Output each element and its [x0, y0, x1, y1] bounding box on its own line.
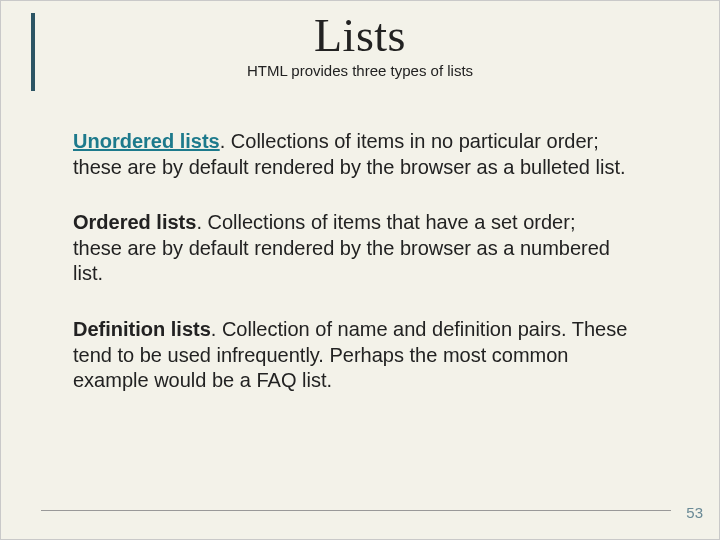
footer-rule — [41, 510, 671, 511]
term-ordered: Ordered lists — [73, 211, 196, 233]
slide: Lists HTML provides three types of lists… — [0, 0, 720, 540]
list-item: Definition lists. Collection of name and… — [73, 317, 629, 394]
list-item: Unordered lists. Collections of items in… — [73, 129, 629, 180]
slide-subtitle: HTML provides three types of lists — [1, 62, 719, 79]
term-unordered: Unordered lists — [73, 130, 220, 152]
title-block: Lists HTML provides three types of lists — [1, 9, 719, 79]
body-text: Unordered lists. Collections of items in… — [73, 129, 629, 424]
list-item: Ordered lists. Collections of items that… — [73, 210, 629, 287]
slide-title: Lists — [1, 9, 719, 62]
page-number: 53 — [686, 504, 703, 521]
term-definition: Definition lists — [73, 318, 211, 340]
